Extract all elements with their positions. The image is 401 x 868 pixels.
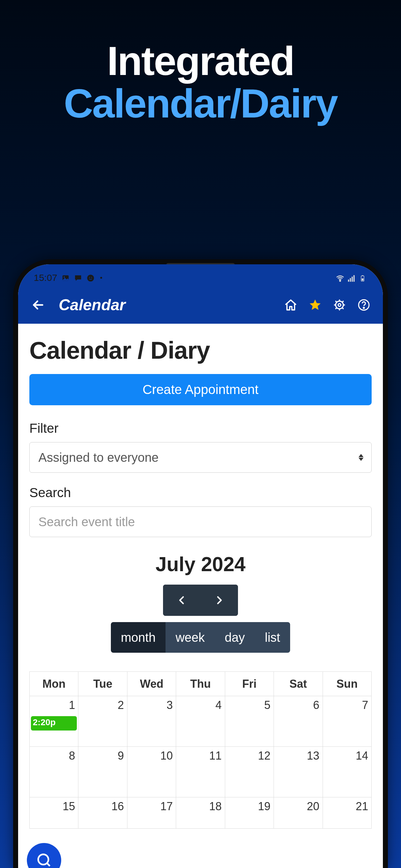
view-week-button[interactable]: week (166, 622, 214, 653)
create-appointment-button[interactable]: Create Appointment (29, 374, 372, 405)
cal-head-sat: Sat (274, 672, 323, 696)
app-bar: Calendar (18, 286, 383, 324)
filter-select-wrap: Assigned to everyone (29, 442, 372, 473)
cal-cell[interactable]: 8 (30, 747, 78, 797)
calendar-row: 1 2:20p 2 3 4 5 6 7 (30, 696, 371, 747)
cal-head-tue: Tue (78, 672, 127, 696)
svg-point-13 (336, 301, 343, 309)
cal-head-wed: Wed (127, 672, 176, 696)
svg-point-2 (87, 275, 94, 281)
search-input[interactable] (29, 506, 372, 537)
cal-day-num: 6 (313, 699, 320, 712)
cal-day-num: 19 (258, 800, 270, 813)
event-chip[interactable]: 2:20p (31, 716, 77, 731)
cal-cell[interactable]: 18 (176, 797, 225, 829)
cal-day-num: 5 (264, 699, 270, 712)
calendar-header-row: Mon Tue Wed Thu Fri Sat Sun (30, 672, 371, 696)
signal-icon (347, 274, 356, 282)
cal-cell[interactable]: 9 (78, 747, 127, 797)
cal-day-num: 9 (118, 749, 124, 763)
appbar-title-wrap: Calendar (59, 296, 126, 314)
svg-point-17 (38, 854, 48, 865)
svg-rect-8 (352, 277, 353, 281)
promo-line-1: Integrated (0, 41, 401, 81)
calendar-row: 8 9 10 11 12 13 14 (30, 747, 371, 797)
battery-icon (359, 274, 367, 282)
promo-line-2: Calendar/Dairy (0, 81, 401, 126)
promo-heading: Integrated Calendar/Dairy (0, 41, 401, 126)
status-time: 15:07 (34, 273, 57, 283)
view-month-button[interactable]: month (111, 622, 166, 653)
cal-head-sun: Sun (323, 672, 371, 696)
svg-point-14 (338, 304, 341, 307)
svg-rect-9 (354, 275, 355, 281)
cal-day-num: 13 (307, 749, 319, 763)
cal-day-num: 10 (160, 749, 173, 763)
home-icon[interactable] (284, 299, 297, 312)
cal-cell[interactable]: 16 (78, 797, 127, 829)
appbar-title: Calendar (59, 296, 126, 314)
cal-cell[interactable]: 6 (274, 696, 323, 747)
cal-cell[interactable]: 14 (323, 747, 371, 797)
phone-screen: 15:07 (18, 264, 383, 868)
cal-day-num: 4 (215, 699, 222, 712)
cal-day-num: 20 (307, 800, 319, 813)
cal-day-num: 17 (160, 800, 173, 813)
cal-cell[interactable]: 17 (127, 797, 176, 829)
fab-button[interactable] (27, 843, 61, 868)
cal-head-mon: Mon (30, 672, 78, 696)
calendar-grid: Mon Tue Wed Thu Fri Sat Sun 1 2:20p 2 3 … (29, 672, 372, 829)
smile-icon (87, 274, 95, 282)
cal-day-num: 12 (258, 749, 270, 763)
wifi-icon (335, 274, 343, 282)
cal-cell[interactable]: 10 (127, 747, 176, 797)
cal-cell[interactable]: 7 (323, 696, 371, 747)
cal-day-num: 3 (166, 699, 173, 712)
chat-icon (74, 274, 82, 282)
calendar-row: 15 16 17 18 19 20 21 (30, 797, 371, 829)
svg-rect-11 (362, 278, 364, 281)
content: Calendar / Diary Create Appointment Filt… (18, 324, 383, 868)
cal-cell[interactable]: 19 (225, 797, 274, 829)
cal-cell[interactable]: 5 (225, 696, 274, 747)
cal-cell[interactable]: 21 (323, 797, 371, 829)
svg-point-5 (339, 280, 341, 281)
filter-select[interactable]: Assigned to everyone (29, 442, 372, 473)
filter-label: Filter (29, 421, 372, 436)
cal-day-num: 1 (69, 699, 75, 712)
cal-cell[interactable]: 15 (30, 797, 78, 829)
cal-cell[interactable]: 4 (176, 696, 225, 747)
svg-rect-7 (350, 278, 351, 282)
cal-cell[interactable]: 3 (127, 696, 176, 747)
svg-point-3 (89, 277, 90, 278)
cal-cell[interactable]: 20 (274, 797, 323, 829)
cal-day-num: 11 (209, 749, 222, 763)
cal-day-num: 18 (209, 800, 222, 813)
next-month-button[interactable] (201, 585, 238, 616)
view-list-button[interactable]: list (255, 622, 290, 653)
view-day-button[interactable]: day (215, 622, 255, 653)
help-icon[interactable] (357, 299, 370, 312)
cal-day-num: 8 (69, 749, 75, 763)
cal-cell[interactable]: 2 (78, 696, 127, 747)
status-right (335, 274, 367, 282)
month-label: July 2024 (29, 553, 372, 576)
view-toggle: month week day list (29, 622, 372, 653)
prev-month-button[interactable] (163, 585, 201, 616)
cal-cell[interactable]: 13 (274, 747, 323, 797)
star-icon[interactable] (308, 299, 322, 312)
svg-point-16 (363, 307, 364, 308)
gear-icon[interactable] (333, 299, 346, 312)
back-button[interactable] (31, 298, 49, 312)
cal-day-num: 2 (118, 699, 124, 712)
cal-head-thu: Thu (176, 672, 225, 696)
appbar-actions (284, 299, 370, 312)
page-title: Calendar / Diary (29, 336, 372, 365)
cal-cell[interactable]: 1 2:20p (30, 696, 78, 747)
status-dot-icon (100, 277, 102, 279)
cal-cell[interactable]: 12 (225, 747, 274, 797)
month-nav (29, 585, 372, 616)
cal-cell[interactable]: 11 (176, 747, 225, 797)
select-caret-icon (359, 454, 364, 461)
cal-day-num: 14 (356, 749, 368, 763)
